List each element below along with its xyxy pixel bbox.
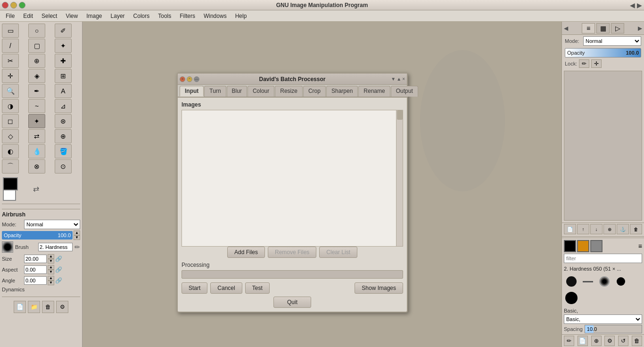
duplicate-layer-button[interactable]: ⊕ xyxy=(603,224,616,234)
menu-layer[interactable]: Layer xyxy=(107,12,129,20)
title-nav[interactable]: ◀ ▶ xyxy=(630,1,642,9)
angle-spinner[interactable]: ▲ ▼ xyxy=(48,276,54,285)
menu-file[interactable]: File xyxy=(2,12,18,20)
flip-tool[interactable]: ⇄ xyxy=(28,129,45,143)
brush-new-button[interactable]: 📄 xyxy=(578,336,588,346)
curves-tool[interactable]: ⌒ xyxy=(2,159,19,174)
add-files-button[interactable]: Add Files xyxy=(227,247,265,258)
size-link-icon[interactable]: 🔗 xyxy=(55,256,62,262)
background-color-swatch[interactable] xyxy=(3,190,16,201)
aspect-up[interactable]: ▲ xyxy=(48,265,54,270)
angle-down[interactable]: ▼ xyxy=(48,281,54,285)
show-images-button[interactable]: Show Images xyxy=(355,282,403,294)
dialog-close-button[interactable]: × xyxy=(180,76,185,82)
dialog-scroll-up[interactable]: ▲ xyxy=(396,76,401,82)
opacity-bar-rp[interactable]: Opacity 100.0 xyxy=(565,48,641,58)
measure-tool[interactable]: ⊿ xyxy=(55,99,72,113)
menu-select[interactable]: Select xyxy=(38,12,61,20)
tab-crop[interactable]: Crop xyxy=(303,86,326,97)
brush-shape-medium[interactable] xyxy=(613,274,628,289)
raise-layer-button[interactable]: ↑ xyxy=(577,224,589,234)
nav-right-icon[interactable]: ▶ xyxy=(637,1,642,9)
move-tool[interactable]: ✛ xyxy=(2,69,19,83)
size-up[interactable]: ▲ xyxy=(48,254,54,259)
align-tool[interactable]: ⊞ xyxy=(55,69,72,83)
opacity-spinner[interactable]: ▲ ▼ xyxy=(74,231,80,240)
brush-shape-line[interactable] xyxy=(580,274,595,289)
color-fill-tool[interactable]: ◈ xyxy=(28,69,45,83)
menu-filters[interactable]: Filters xyxy=(176,12,199,20)
perspective-tool[interactable]: ◇ xyxy=(2,129,19,143)
aspect-spinner[interactable]: ▲ ▼ xyxy=(48,265,54,274)
airbrush-tool[interactable]: ✦ xyxy=(28,114,45,128)
delete-layer-button[interactable]: 🗑 xyxy=(630,224,642,234)
brush-shape-large[interactable] xyxy=(564,290,579,306)
menu-tools[interactable]: Tools xyxy=(154,12,175,20)
brush-preset-select[interactable]: Basic, xyxy=(564,314,642,324)
foreground-color-swatch[interactable] xyxy=(3,177,18,190)
minimize-button[interactable] xyxy=(10,2,17,8)
menu-colors[interactable]: Colors xyxy=(130,12,154,20)
angle-link-icon[interactable]: 🔗 xyxy=(55,277,62,284)
dialog-window-buttons[interactable]: × ^ — xyxy=(180,76,199,82)
spacing-bar[interactable]: 10.0 xyxy=(585,325,642,333)
brush-edit-button[interactable]: ✏ xyxy=(564,336,574,346)
text-tool[interactable]: A xyxy=(55,84,72,98)
lock-pixels-button[interactable]: ✏ xyxy=(579,59,589,68)
close-button[interactable] xyxy=(2,2,8,8)
brush-swatch-gray[interactable] xyxy=(590,240,603,252)
heal2-tool[interactable]: ⊕ xyxy=(55,129,72,143)
swap-colors-icon[interactable]: ⇄ xyxy=(33,184,39,193)
menu-windows[interactable]: Windows xyxy=(200,12,231,20)
dialog-close-x[interactable]: × xyxy=(402,76,405,82)
swatch-menu-icon[interactable]: ≡ xyxy=(638,242,642,250)
brush-filter-input[interactable] xyxy=(564,254,642,263)
mode-select[interactable]: Normal xyxy=(24,220,80,229)
brush-swatch-black[interactable] xyxy=(564,240,576,252)
delete-icon[interactable]: 🗑 xyxy=(42,301,54,313)
remove-files-button[interactable]: Remove Files xyxy=(268,247,316,258)
brush-shape-solid[interactable] xyxy=(564,274,579,289)
clone-tool[interactable]: ⊕ xyxy=(28,54,45,68)
rect-select-tool[interactable]: ▭ xyxy=(2,24,19,38)
brush-shape-feather[interactable] xyxy=(597,274,612,289)
zoom-tool[interactable]: 🔍 xyxy=(2,84,19,98)
lock-position-button[interactable]: ✛ xyxy=(591,59,602,68)
panel-nav-left[interactable]: ◀ xyxy=(564,25,568,32)
lasso-tool[interactable]: ✐ xyxy=(55,24,72,38)
menu-image[interactable]: Image xyxy=(83,12,106,20)
menu-view[interactable]: View xyxy=(62,12,82,20)
tab-blur[interactable]: Blur xyxy=(227,86,247,97)
cancel-button[interactable]: Cancel xyxy=(210,282,242,294)
path-tool[interactable]: ✒ xyxy=(28,84,45,98)
clone-stamp-tool[interactable]: ⊛ xyxy=(55,114,72,128)
brush-delete-button[interactable]: 🗑 xyxy=(632,336,642,346)
custom-tool[interactable]: ⊙ xyxy=(55,159,72,174)
tab-colour[interactable]: Colour xyxy=(248,86,274,97)
crop-select-tool[interactable]: ▢ xyxy=(28,39,45,53)
channels-tab[interactable]: ▦ xyxy=(596,23,610,33)
nav-left-icon[interactable]: ◀ xyxy=(630,1,635,9)
brush-settings-button[interactable]: ⚙ xyxy=(604,336,615,346)
dialog-roll-button[interactable]: — xyxy=(194,76,199,82)
brush-edit-icon[interactable]: ✏ xyxy=(74,243,80,251)
new-layer-icon[interactable]: 📄 xyxy=(14,301,26,313)
settings-icon[interactable]: ⚙ xyxy=(56,301,68,313)
images-scrollbar[interactable] xyxy=(396,110,403,247)
start-button[interactable]: Start xyxy=(182,282,207,294)
layers-tab[interactable]: ≡ xyxy=(582,23,595,33)
dialog-nav-buttons[interactable]: ▼ ▲ × xyxy=(391,76,405,82)
tab-rename[interactable]: Rename xyxy=(358,86,390,97)
tab-input[interactable]: Input xyxy=(180,86,204,97)
smudge-tool[interactable]: ~ xyxy=(28,99,45,113)
aspect-link-icon[interactable]: 🔗 xyxy=(55,266,62,273)
tab-resize[interactable]: Resize xyxy=(275,86,303,97)
tab-output[interactable]: Output xyxy=(391,86,418,97)
scissors-tool[interactable]: ✂ xyxy=(2,54,19,68)
clear-list-button[interactable]: Clear List xyxy=(319,247,357,258)
ellipse-select-tool[interactable]: ○ xyxy=(28,24,45,38)
images-list[interactable] xyxy=(182,110,396,247)
test-button[interactable]: Test xyxy=(245,282,270,294)
brush-refresh-button[interactable]: ↺ xyxy=(618,336,628,346)
window-buttons[interactable] xyxy=(2,2,25,8)
